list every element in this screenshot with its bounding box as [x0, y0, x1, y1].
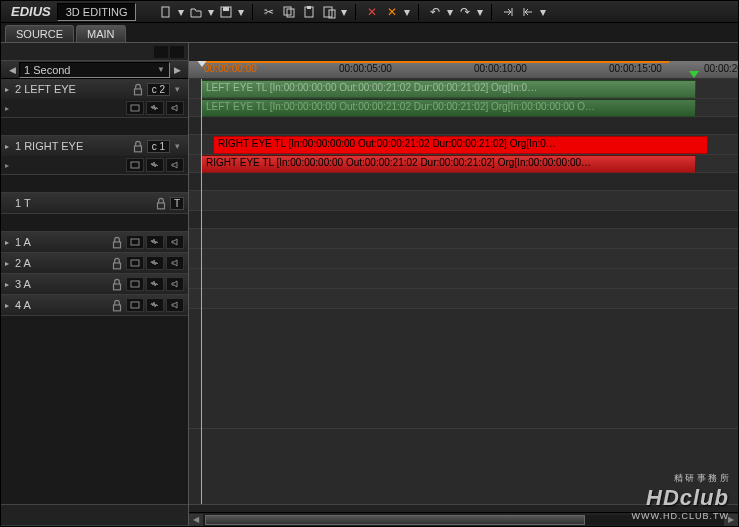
track-lane[interactable]: [189, 229, 738, 249]
expand-icon[interactable]: ▸: [5, 238, 13, 247]
chevron-icon[interactable]: ▾: [170, 84, 184, 94]
lock-icon[interactable]: [110, 277, 124, 291]
video-toggle-icon[interactable]: [126, 277, 144, 291]
work-area-bar[interactable]: [201, 61, 669, 63]
expand-icon[interactable]: ▸: [5, 301, 13, 310]
track-header-a1[interactable]: ▸ 1 A: [1, 232, 188, 253]
waveform-icon[interactable]: [146, 277, 164, 291]
paste-a-icon[interactable]: [299, 3, 319, 21]
lock-icon[interactable]: [154, 196, 168, 210]
mute-icon[interactable]: [166, 235, 184, 249]
video-toggle-icon[interactable]: [126, 235, 144, 249]
dropdown-icon[interactable]: ▾: [445, 3, 455, 21]
svg-rect-10: [131, 105, 139, 111]
track-header-t1[interactable]: 1 T T: [1, 193, 188, 214]
track-header-a3[interactable]: ▸ 3 A: [1, 274, 188, 295]
svg-rect-16: [114, 263, 121, 269]
video-toggle-icon[interactable]: [126, 158, 144, 172]
dropdown-icon[interactable]: ▾: [236, 3, 246, 21]
track-header-v1[interactable]: ▸ 1 RIGHT EYE c 1 ▾ ▸: [1, 136, 188, 175]
dropdown-icon[interactable]: ▾: [538, 3, 548, 21]
sync-badge[interactable]: c 1: [147, 140, 170, 153]
waveform-icon[interactable]: [146, 158, 164, 172]
paste-b-icon[interactable]: [319, 3, 339, 21]
title-badge[interactable]: T: [170, 197, 184, 210]
scrollbar-thumb[interactable]: [205, 515, 585, 525]
lock-icon[interactable]: [110, 256, 124, 270]
dropdown-icon[interactable]: ▾: [402, 3, 412, 21]
expand-icon[interactable]: ▸: [5, 85, 13, 94]
expand-icon[interactable]: ▸: [5, 161, 15, 170]
timeline-area[interactable]: 00:00:00:00 00:00:05:00 00:00:10:00 00:0…: [189, 43, 738, 526]
mute-icon[interactable]: [166, 101, 184, 115]
waveform-icon[interactable]: [146, 101, 164, 115]
expand-icon[interactable]: ▸: [5, 142, 13, 151]
tab-main[interactable]: MAIN: [76, 25, 126, 42]
clip-right-eye-sub[interactable]: RIGHT EYE TL [In:00:00:00:00 Out:00:00:2…: [201, 155, 696, 173]
mute-icon[interactable]: [166, 277, 184, 291]
timescale-selector[interactable]: 1 Second ▼: [19, 62, 170, 78]
expand-icon[interactable]: ▸: [5, 259, 13, 268]
mute-icon[interactable]: [166, 298, 184, 312]
track-lane[interactable]: LEFT EYE TL [In:00:00:00:00 Out:00:00:21…: [189, 99, 738, 117]
track-lane[interactable]: RIGHT EYE TL [In:00:00:00:00 Out:00:00:2…: [189, 135, 738, 155]
scale-next-icon[interactable]: ▶: [170, 63, 184, 77]
expand-icon[interactable]: ▸: [5, 104, 15, 113]
trim-in-icon[interactable]: [498, 3, 518, 21]
lock-icon[interactable]: [110, 235, 124, 249]
delete-icon[interactable]: ✕: [362, 3, 382, 21]
mini-btn[interactable]: [154, 46, 168, 58]
out-marker-icon[interactable]: [689, 71, 699, 78]
svg-rect-17: [131, 260, 139, 266]
track-lane[interactable]: [189, 191, 738, 211]
clip-right-eye[interactable]: RIGHT EYE TL [In:00:00:00:00 Out:00:00:2…: [213, 136, 708, 154]
track-label: 4 A: [15, 299, 110, 311]
video-toggle-icon[interactable]: [126, 101, 144, 115]
track-header-v2[interactable]: ▸ 2 LEFT EYE c 2 ▾ ▸: [1, 79, 188, 118]
waveform-icon[interactable]: [146, 256, 164, 270]
lock-icon[interactable]: [131, 139, 145, 153]
copy-icon[interactable]: [279, 3, 299, 21]
dropdown-icon[interactable]: ▾: [206, 3, 216, 21]
tab-source[interactable]: SOURCE: [5, 25, 74, 42]
waveform-icon[interactable]: [146, 298, 164, 312]
cut-icon[interactable]: ✂: [259, 3, 279, 21]
time-ruler[interactable]: 00:00:00:00 00:00:05:00 00:00:10:00 00:0…: [189, 61, 738, 79]
video-toggle-icon[interactable]: [126, 298, 144, 312]
sync-badge[interactable]: c 2: [147, 83, 170, 96]
mute-icon[interactable]: [166, 256, 184, 270]
mute-icon[interactable]: [166, 158, 184, 172]
dropdown-icon[interactable]: ▾: [176, 3, 186, 21]
dropdown-icon[interactable]: ▾: [475, 3, 485, 21]
ripple-delete-icon[interactable]: ✕: [382, 3, 402, 21]
scale-prev-icon[interactable]: ◀: [5, 63, 19, 77]
clip-left-eye[interactable]: LEFT EYE TL [In:00:00:00:00 Out:00:00:21…: [201, 80, 696, 98]
clip-area[interactable]: LEFT EYE TL [In:00:00:00:00 Out:00:00:21…: [189, 79, 738, 504]
playhead-line[interactable]: [201, 79, 202, 504]
scroll-left-icon[interactable]: ◀: [189, 514, 203, 526]
track-lane[interactable]: LEFT EYE TL [In:00:00:00:00 Out:00:00:21…: [189, 79, 738, 99]
lock-icon[interactable]: [131, 82, 145, 96]
mini-btn[interactable]: [170, 46, 184, 58]
chevron-icon[interactable]: ▾: [170, 141, 184, 151]
video-toggle-icon[interactable]: [126, 256, 144, 270]
track-lane[interactable]: RIGHT EYE TL [In:00:00:00:00 Out:00:00:2…: [189, 155, 738, 173]
save-icon[interactable]: [216, 3, 236, 21]
track-header-column: ◀ 1 Second ▼ ▶ ▸ 2 LEFT EYE c 2 ▾ ▸: [1, 43, 189, 526]
trim-out-icon[interactable]: [518, 3, 538, 21]
track-label: 1 T: [5, 197, 154, 209]
track-header-a2[interactable]: ▸ 2 A: [1, 253, 188, 274]
clip-left-eye-sub[interactable]: LEFT EYE TL [In:00:00:00:00 Out:00:00:21…: [201, 99, 696, 117]
track-header-a4[interactable]: ▸ 4 A: [1, 295, 188, 316]
waveform-icon[interactable]: [146, 235, 164, 249]
dropdown-icon[interactable]: ▾: [339, 3, 349, 21]
new-icon[interactable]: [156, 3, 176, 21]
track-lane[interactable]: [189, 269, 738, 289]
open-icon[interactable]: [186, 3, 206, 21]
track-lane[interactable]: [189, 289, 738, 309]
redo-icon[interactable]: ↷: [455, 3, 475, 21]
lock-icon[interactable]: [110, 298, 124, 312]
undo-icon[interactable]: ↶: [425, 3, 445, 21]
track-lane[interactable]: [189, 249, 738, 269]
expand-icon[interactable]: ▸: [5, 280, 13, 289]
